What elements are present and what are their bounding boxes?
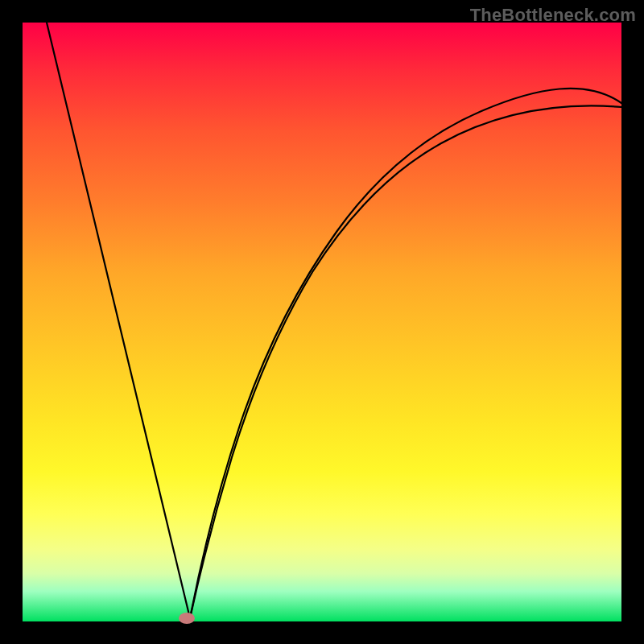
bottleneck-curve-svg: [23, 23, 621, 621]
curve-right-arm: [190, 89, 621, 618]
curve-right-arm-overlay: [190, 105, 621, 618]
watermark-text: TheBottleneck.com: [470, 5, 636, 26]
minimum-marker: [179, 613, 195, 624]
curve-left-arm: [47, 23, 190, 618]
plot-area: [23, 23, 621, 621]
chart-frame: TheBottleneck.com: [0, 0, 644, 644]
